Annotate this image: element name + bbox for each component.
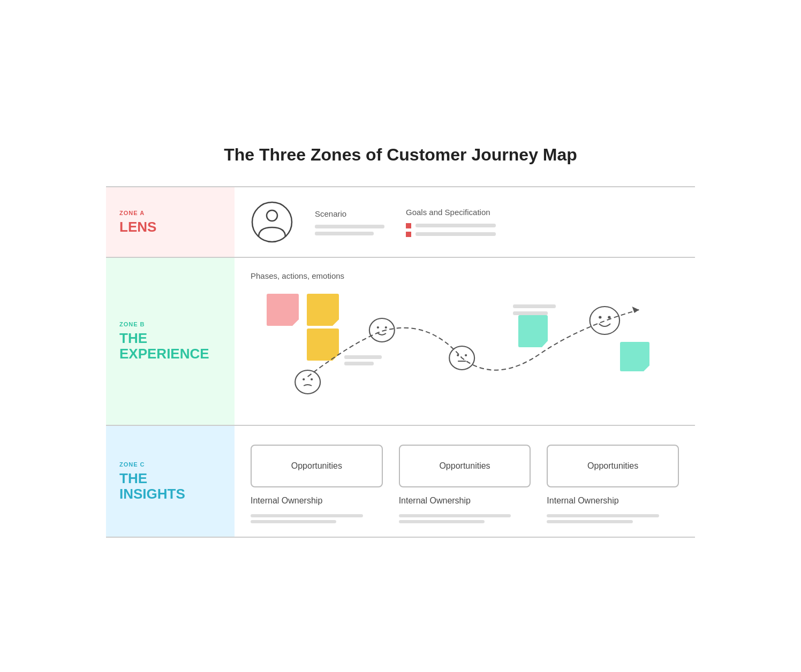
zone-c-row: ZONE C THEINSIGHTS Opportunities Interna…	[106, 426, 695, 537]
own-line-2a	[399, 514, 511, 517]
sticky-teal-2	[620, 342, 649, 371]
phases-label: Phases, actions, emotions	[251, 271, 679, 280]
page-container: The Three Zones of Customer Journey Map …	[106, 134, 695, 538]
scenario-line-2	[315, 232, 374, 235]
zone-a-label: ZONE A LENS	[106, 187, 235, 257]
exp-text-lines-2	[344, 355, 382, 365]
svg-point-5	[311, 378, 313, 380]
zone-b-content: Phases, actions, emotions	[235, 258, 695, 425]
zone-a-content: Scenario Goals and Specification	[235, 187, 695, 257]
zone-a-tag: ZONE A	[119, 210, 221, 216]
opportunity-label-2: Opportunities	[439, 461, 490, 471]
zone-a-row: ZONE A LENS Scenario	[106, 187, 695, 258]
svg-point-4	[303, 378, 305, 380]
insight-card-1: Opportunities Internal Ownership	[251, 445, 383, 523]
exp-text-lines-1	[513, 304, 556, 315]
zone-b-row: ZONE B THEEXPERIENCE Phases, actions, em…	[106, 258, 695, 426]
insights-content: Opportunities Internal Ownership Opportu…	[251, 439, 679, 523]
svg-point-14	[599, 316, 601, 319]
exp-line-3	[513, 304, 556, 308]
goal-line-bar-1	[415, 224, 496, 227]
svg-point-6	[449, 346, 474, 370]
internal-ownership-label-3: Internal Ownership	[547, 496, 679, 506]
svg-point-15	[608, 316, 610, 319]
own-line-2b	[399, 520, 485, 523]
svg-point-12	[385, 326, 387, 329]
ownership-lines-1	[251, 514, 383, 523]
svg-point-8	[465, 354, 467, 356]
sticky-teal-1	[518, 315, 548, 347]
scenario-line-1	[315, 225, 384, 228]
ownership-lines-3	[547, 514, 679, 523]
opportunity-box-3: Opportunities	[547, 445, 679, 487]
scenario-title: Scenario	[315, 209, 384, 218]
scenario-block: Scenario	[315, 209, 384, 235]
own-line-1a	[251, 514, 363, 517]
exp-line-1	[344, 355, 382, 359]
internal-ownership-label-1: Internal Ownership	[251, 496, 383, 506]
svg-point-13	[590, 307, 619, 334]
experience-area	[251, 288, 679, 411]
opportunity-box-2: Opportunities	[399, 445, 531, 487]
goals-block: Goals and Specification	[406, 208, 496, 237]
zone-b-name: THEEXPERIENCE	[119, 331, 221, 361]
zone-c-name: THEINSIGHTS	[119, 471, 221, 501]
own-line-1b	[251, 520, 336, 523]
zone-c-label: ZONE C THEINSIGHTS	[106, 426, 235, 537]
exp-line-4	[513, 311, 548, 315]
exp-line-2	[344, 362, 374, 365]
zone-b-label: ZONE B THEEXPERIENCE	[106, 258, 235, 425]
svg-point-3	[295, 370, 320, 394]
opportunity-box-1: Opportunities	[251, 445, 383, 487]
red-square-2	[406, 232, 411, 237]
zone-a-name: LENS	[119, 219, 221, 235]
goal-line-2	[406, 232, 496, 237]
goal-line-1	[406, 223, 496, 228]
insight-card-3: Opportunities Internal Ownership	[547, 445, 679, 523]
journey-map: ZONE A LENS Scenario	[106, 186, 695, 538]
sticky-pink	[267, 294, 299, 326]
svg-point-10	[369, 318, 395, 342]
svg-point-11	[377, 326, 379, 329]
own-line-3b	[547, 520, 632, 523]
ownership-lines-2	[399, 514, 531, 523]
internal-ownership-label-2: Internal Ownership	[399, 496, 531, 506]
page-title: The Three Zones of Customer Journey Map	[106, 145, 695, 165]
svg-marker-2	[632, 307, 639, 313]
red-square-1	[406, 223, 411, 228]
svg-point-1	[267, 210, 277, 221]
insight-card-2: Opportunities Internal Ownership	[399, 445, 531, 523]
sticky-yellow-2	[307, 329, 339, 361]
opportunity-label-1: Opportunities	[291, 461, 342, 471]
sticky-yellow-1	[307, 294, 339, 326]
opportunity-label-3: Opportunities	[587, 461, 638, 471]
person-icon	[251, 201, 293, 243]
goal-line-bar-2	[415, 232, 496, 236]
zone-c-content: Opportunities Internal Ownership Opportu…	[235, 426, 695, 537]
goals-title: Goals and Specification	[406, 208, 496, 217]
own-line-3a	[547, 514, 659, 517]
zone-c-tag: ZONE C	[119, 461, 221, 468]
svg-point-7	[457, 354, 459, 356]
zone-b-tag: ZONE B	[119, 321, 221, 327]
